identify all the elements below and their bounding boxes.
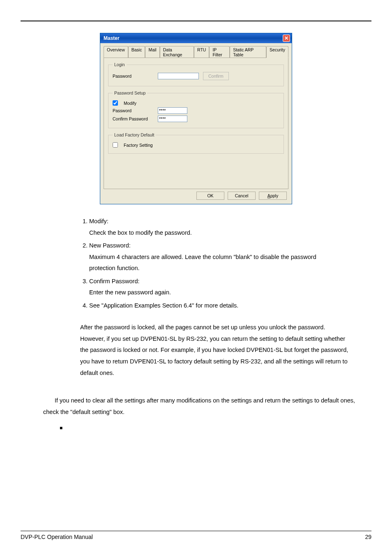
tab-security[interactable]: Security bbox=[266, 46, 288, 58]
item-title: See "Application Examples Section 6.4" f… bbox=[89, 302, 238, 309]
factory-legend: Load Factory Default bbox=[113, 132, 156, 137]
login-password-input[interactable] bbox=[158, 73, 199, 79]
tab-static-arp[interactable]: Static ARP Table bbox=[230, 46, 266, 58]
paragraph-1: After the password is locked, all the pa… bbox=[80, 322, 365, 379]
titlebar: Master ✕ bbox=[100, 33, 292, 43]
login-legend: Login bbox=[113, 62, 127, 67]
tab-mail[interactable]: Mail bbox=[145, 46, 159, 58]
modify-label: Modify bbox=[124, 101, 136, 106]
paragraph-2: If you need to clear all the settings af… bbox=[27, 395, 365, 418]
tab-strip: Overview Basic Mail Data Exchange RTU IP… bbox=[104, 46, 288, 58]
setup-password-input[interactable] bbox=[158, 107, 187, 114]
page-footer: DVP-PLC Operation Manual 29 bbox=[21, 531, 371, 540]
password-setup-legend: Password Setup bbox=[113, 90, 147, 95]
tab-overview[interactable]: Overview bbox=[104, 46, 128, 58]
footer-page-number: 29 bbox=[365, 534, 371, 540]
tab-ip-filter[interactable]: IP Filter bbox=[209, 46, 230, 58]
apply-button[interactable]: Apply bbox=[259, 192, 287, 200]
factory-group: Load Factory Default Factory Setting bbox=[108, 132, 284, 154]
tab-data-exchange[interactable]: Data Exchange bbox=[160, 46, 194, 58]
cancel-button[interactable]: Cancel bbox=[228, 192, 256, 200]
setup-password-label: Password bbox=[113, 108, 154, 113]
close-icon[interactable]: ✕ bbox=[283, 35, 290, 42]
dialog-footer: OK Cancel Apply bbox=[104, 189, 288, 201]
bullet-marker: ■ bbox=[60, 425, 365, 431]
modify-checkbox[interactable] bbox=[113, 100, 118, 106]
instruction-list: Modify: Check the box to modify the pass… bbox=[80, 216, 332, 311]
tab-rtu[interactable]: RTU bbox=[194, 46, 209, 58]
list-item: Confirm Password: Enter the new password… bbox=[89, 276, 332, 298]
setup-confirm-label: Confirm Password bbox=[113, 116, 154, 121]
footer-left: DVP-PLC Operation Manual bbox=[21, 534, 93, 540]
item-desc: Maximum 4 characters are allowed. Leave … bbox=[89, 254, 316, 272]
list-item: Modify: Check the box to modify the pass… bbox=[89, 216, 332, 238]
login-group: Login Password Confirm bbox=[108, 62, 284, 86]
tab-panel-security: Login Password Confirm Password Setup Mo… bbox=[104, 58, 288, 189]
item-desc: Enter the new password again. bbox=[89, 289, 171, 296]
item-title: Modify: bbox=[89, 218, 108, 224]
ok-button[interactable]: OK bbox=[196, 192, 224, 200]
factory-checkbox[interactable] bbox=[113, 142, 118, 148]
list-item: See "Application Examples Section 6.4" f… bbox=[89, 300, 332, 312]
setup-confirm-input[interactable] bbox=[158, 116, 187, 122]
password-setup-group: Password Setup Modify Password Confirm P… bbox=[108, 90, 284, 128]
item-title: Confirm Password: bbox=[89, 278, 139, 284]
dialog-title: Master bbox=[104, 35, 120, 41]
item-desc: Check the box to modify the password. bbox=[89, 229, 192, 236]
login-confirm-button[interactable]: Confirm bbox=[203, 72, 229, 80]
login-password-label: Password bbox=[113, 74, 154, 79]
tab-basic[interactable]: Basic bbox=[128, 46, 145, 58]
list-item: New Password: Maximum 4 characters are a… bbox=[89, 240, 332, 274]
factory-label: Factory Setting bbox=[124, 143, 153, 148]
master-dialog: Master ✕ Overview Basic Mail Data Exchan… bbox=[100, 33, 292, 204]
item-title: New Password: bbox=[89, 242, 131, 249]
